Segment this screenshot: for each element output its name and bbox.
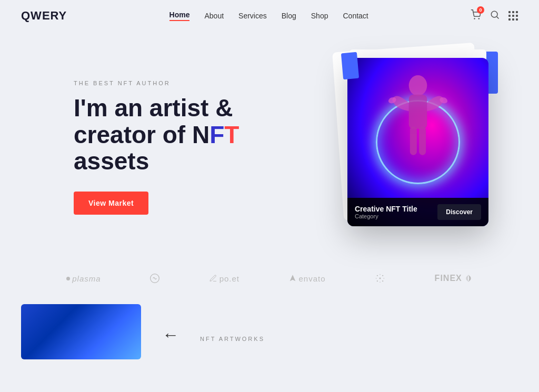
cart-button[interactable]: 0 (471, 9, 481, 22)
brand-envato: envato (288, 274, 326, 283)
main-nav: Home About Services Blog Shop Contact (169, 11, 368, 21)
card-footer: Creative NFT Title Category Discover (347, 198, 488, 226)
brand-plasma: plasma (66, 274, 101, 283)
nft-card-wrap: Creative NFT Title Category Discover (347, 58, 488, 226)
nav-services[interactable]: Services (238, 12, 267, 20)
svg-point-14 (377, 280, 378, 282)
brands-section: plasma po.et envato (0, 258, 539, 299)
hero-text: THE BEST NFT AUTHOR I'm an artist & crea… (74, 80, 326, 215)
logo: QWERY (21, 9, 67, 23)
brand-finex: FINEX (435, 274, 473, 283)
svg-rect-6 (410, 127, 417, 155)
header: QWERY Home About Services Blog Shop Cont… (0, 0, 539, 32)
svg-point-15 (382, 280, 383, 282)
card-category: Category (355, 213, 417, 219)
hero-section: THE BEST NFT AUTHOR I'm an artist & crea… (0, 32, 539, 253)
svg-rect-7 (419, 127, 426, 155)
svg-point-2 (491, 11, 497, 17)
svg-point-1 (478, 18, 480, 19)
nav-contact[interactable]: Contact (343, 12, 368, 20)
svg-point-4 (409, 75, 427, 96)
grid-menu-button[interactable] (508, 11, 518, 21)
discover-button[interactable]: Discover (437, 204, 481, 220)
hero-subtitle: THE BEST NFT AUTHOR (74, 80, 326, 86)
bottom-arrow: ← (162, 304, 179, 345)
bottom-image (21, 304, 141, 359)
brand-coinmarketcap (149, 273, 160, 284)
nav-blog[interactable]: Blog (282, 12, 296, 20)
svg-point-18 (376, 278, 376, 278)
header-icons: 0 (471, 9, 518, 22)
card-corner-blue (341, 52, 359, 79)
card-title: Creative NFT Title (355, 205, 417, 213)
hero-title: I'm an artist & creator of NFT assets (74, 95, 326, 175)
brand-iota (374, 273, 386, 284)
svg-point-17 (380, 282, 380, 283)
nft-card: Creative NFT Title Category Discover (347, 58, 488, 226)
card-footer-text: Creative NFT Title Category (355, 205, 417, 219)
bottom-section: ← NFT ARTWORKS (0, 304, 539, 359)
bottom-nft-label: NFT ARTWORKS (200, 304, 265, 342)
nav-shop[interactable]: Shop (311, 12, 328, 20)
svg-point-16 (380, 274, 380, 275)
figure-silhouette (386, 68, 450, 205)
svg-rect-5 (409, 95, 427, 129)
svg-point-0 (474, 18, 475, 19)
nav-about[interactable]: About (204, 12, 224, 20)
brand-poet: po.et (209, 274, 239, 283)
nav-home[interactable]: Home (169, 11, 190, 21)
view-market-button[interactable]: View Market (74, 192, 148, 215)
svg-point-11 (380, 278, 381, 279)
cart-badge: 0 (477, 6, 484, 14)
svg-point-19 (384, 278, 384, 278)
svg-point-12 (377, 275, 378, 276)
svg-line-3 (497, 17, 499, 19)
svg-point-13 (382, 275, 383, 276)
search-button[interactable] (490, 9, 500, 22)
